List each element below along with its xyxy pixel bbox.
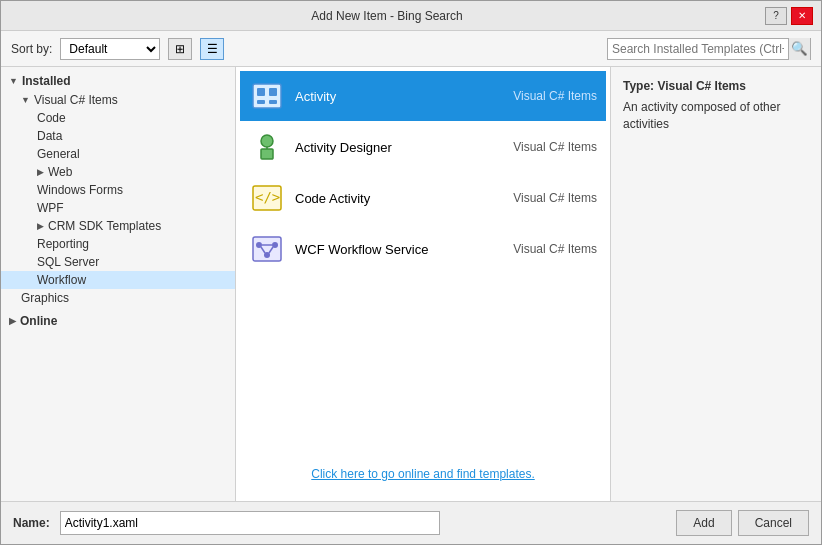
- svg-rect-4: [269, 100, 277, 104]
- template-item-activity[interactable]: Activity Visual C# Items: [240, 71, 606, 121]
- list-view-button[interactable]: ☰: [200, 38, 224, 60]
- template-activity-designer-label: Activity Designer: [295, 140, 503, 155]
- online-label: Online: [20, 314, 57, 328]
- activity-icon: [249, 78, 285, 114]
- crm-label: CRM SDK Templates: [48, 219, 161, 233]
- sidebar-visual-csharp-group[interactable]: ▼ Visual C# Items: [1, 91, 235, 109]
- svg-text:</>: </>: [255, 189, 280, 205]
- main-content: ▼ Installed ▼ Visual C# Items Code Data …: [1, 67, 821, 501]
- web-arrow-icon: ▶: [37, 167, 44, 177]
- svg-rect-3: [257, 100, 265, 104]
- toolbar: Sort by: Default Name Type ⊞ ☰ 🔍: [1, 31, 821, 67]
- sidebar-online-header[interactable]: ▶ Online: [1, 311, 235, 331]
- sidebar-item-wpf[interactable]: WPF: [1, 199, 235, 217]
- template-activity-label: Activity: [295, 89, 503, 104]
- help-button[interactable]: ?: [765, 7, 787, 25]
- name-input[interactable]: [60, 511, 440, 535]
- sort-label: Sort by:: [11, 42, 52, 56]
- online-arrow-icon: ▶: [9, 316, 16, 326]
- svg-rect-6: [261, 149, 273, 159]
- template-activity-category: Visual C# Items: [503, 89, 597, 103]
- sidebar-web-group[interactable]: ▶ Web: [1, 163, 235, 181]
- template-item-code-activity[interactable]: </> Code Activity Visual C# Items: [240, 173, 606, 223]
- sidebar-item-code[interactable]: Code: [1, 109, 235, 127]
- sidebar-item-general[interactable]: General: [1, 145, 235, 163]
- crm-arrow-icon: ▶: [37, 221, 44, 231]
- search-input[interactable]: [608, 39, 788, 59]
- details-panel: Type: Visual C# Items An activity compos…: [611, 67, 821, 501]
- svg-point-5: [261, 135, 273, 147]
- list-view-icon: ☰: [207, 42, 218, 56]
- template-item-wcf-workflow[interactable]: WCF Workflow Service Visual C# Items: [240, 224, 606, 274]
- online-link[interactable]: Click here to go online and find templat…: [311, 467, 534, 481]
- details-description: An activity composed of other activities: [623, 99, 809, 133]
- details-type: Type: Visual C# Items: [623, 79, 809, 93]
- svg-rect-0: [253, 84, 281, 108]
- sidebar-item-windows-forms[interactable]: Windows Forms: [1, 181, 235, 199]
- cancel-button[interactable]: Cancel: [738, 510, 809, 536]
- activity-designer-icon: [249, 129, 285, 165]
- main-window: Add New Item - Bing Search ? ✕ Sort by: …: [0, 0, 822, 545]
- svg-rect-2: [269, 88, 277, 96]
- details-type-value: Visual C# Items: [657, 79, 746, 93]
- online-link-area: Click here to go online and find templat…: [240, 455, 606, 493]
- close-button[interactable]: ✕: [791, 7, 813, 25]
- sidebar-crm-group[interactable]: ▶ CRM SDK Templates: [1, 217, 235, 235]
- template-wcf-workflow-label: WCF Workflow Service: [295, 242, 503, 257]
- template-item-activity-designer[interactable]: Activity Designer Visual C# Items: [240, 122, 606, 172]
- template-activity-designer-category: Visual C# Items: [503, 140, 597, 154]
- sidebar-item-graphics[interactable]: Graphics: [1, 289, 235, 307]
- template-list: Activity Visual C# Items Activity Design…: [236, 67, 611, 501]
- search-icon: 🔍: [791, 41, 808, 56]
- title-bar: Add New Item - Bing Search ? ✕: [1, 1, 821, 31]
- details-type-label: Type:: [623, 79, 654, 93]
- grid-view-button[interactable]: ⊞: [168, 38, 192, 60]
- installed-label: Installed: [22, 74, 71, 88]
- template-wcf-workflow-category: Visual C# Items: [503, 242, 597, 256]
- sort-dropdown[interactable]: Default Name Type: [60, 38, 160, 60]
- template-code-activity-label: Code Activity: [295, 191, 503, 206]
- button-area: Add Cancel: [676, 510, 809, 536]
- bottom-bar: Name: Add Cancel: [1, 501, 821, 544]
- title-controls: ? ✕: [765, 7, 813, 25]
- wcf-workflow-icon: [249, 231, 285, 267]
- visual-csharp-label: Visual C# Items: [34, 93, 118, 107]
- sidebar-item-sql-server[interactable]: SQL Server: [1, 253, 235, 271]
- grid-view-icon: ⊞: [175, 42, 185, 56]
- add-button[interactable]: Add: [676, 510, 731, 536]
- web-label: Web: [48, 165, 72, 179]
- sidebar-installed-header[interactable]: ▼ Installed: [1, 71, 235, 91]
- sidebar-item-workflow[interactable]: Workflow: [1, 271, 235, 289]
- sidebar-item-data[interactable]: Data: [1, 127, 235, 145]
- name-label: Name:: [13, 516, 50, 530]
- sidebar-item-reporting[interactable]: Reporting: [1, 235, 235, 253]
- search-button[interactable]: 🔍: [788, 38, 810, 60]
- sidebar: ▼ Installed ▼ Visual C# Items Code Data …: [1, 67, 236, 501]
- installed-arrow-icon: ▼: [9, 76, 18, 86]
- window-title: Add New Item - Bing Search: [9, 9, 765, 23]
- svg-rect-1: [257, 88, 265, 96]
- code-activity-icon: </>: [249, 180, 285, 216]
- visual-csharp-arrow-icon: ▼: [21, 95, 30, 105]
- search-box: 🔍: [607, 38, 811, 60]
- template-code-activity-category: Visual C# Items: [503, 191, 597, 205]
